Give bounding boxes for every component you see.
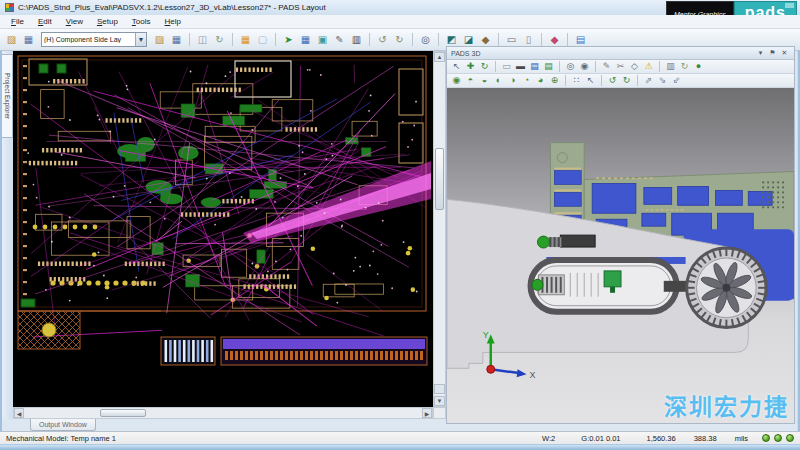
- world-view-icon[interactable]: ●: [692, 60, 705, 73]
- window-title: C:\PADS_Stnd_Plus_Eval\PADSVX.1.2\Lesson…: [18, 3, 326, 12]
- workspace-icon[interactable]: ◫: [195, 32, 210, 47]
- view-iso-icon[interactable]: ◉: [450, 74, 463, 87]
- project-explorer-tab[interactable]: Project Explorer: [2, 54, 13, 138]
- zoom-window-icon[interactable]: ◎: [564, 60, 577, 73]
- menu-item-view[interactable]: View: [59, 16, 90, 27]
- view-back-icon[interactable]: ◕: [534, 74, 547, 87]
- scroll-right-icon[interactable]: ▶: [422, 408, 432, 418]
- menu-item-tools[interactable]: Tools: [125, 16, 158, 27]
- display-colors-icon[interactable]: ▦: [238, 32, 253, 47]
- menu-item-setup[interactable]: Setup: [90, 16, 125, 27]
- splitter-box[interactable]: [434, 384, 445, 394]
- redo-icon[interactable]: ↻: [392, 32, 407, 47]
- status-doc-icon[interactable]: ▤: [573, 32, 588, 47]
- fly-se-icon[interactable]: ⇘: [656, 74, 669, 87]
- pads-3d-viewport[interactable]: YX 深圳宏力捷: [447, 88, 794, 423]
- panel-close-icon[interactable]: ✕: [779, 48, 790, 59]
- undo-icon[interactable]: ↺: [375, 32, 390, 47]
- status-coord-y: 388.38: [694, 434, 717, 443]
- options-icon[interactable]: ▥: [664, 60, 677, 73]
- board-view-icon[interactable]: ▣: [315, 32, 330, 47]
- spin-cw-icon[interactable]: ↻: [620, 74, 633, 87]
- save-icon[interactable]: ▦: [21, 32, 36, 47]
- status-bar: Mechanical Model: Temp name 1 W:2 G:0.01…: [0, 431, 800, 444]
- clipboard-icon[interactable]: ▯: [521, 32, 536, 47]
- view-left-icon[interactable]: ◐: [492, 74, 505, 87]
- update-icon[interactable]: ↻: [678, 60, 691, 73]
- cut-plane-icon[interactable]: ✂: [614, 60, 627, 73]
- status-led-1-icon: [762, 434, 770, 442]
- paint-icon[interactable]: ◆: [478, 32, 493, 47]
- pcb-board-drawing: [13, 51, 433, 407]
- save-icon[interactable]: ▦: [169, 32, 184, 47]
- menu-item-file[interactable]: File: [4, 16, 31, 27]
- scroll-down-icon[interactable]: ▼: [434, 396, 445, 406]
- toolbar-separator: [495, 61, 496, 72]
- vertical-scrollbar[interactable]: ▲ ▼: [433, 51, 446, 407]
- app-icon: [5, 3, 14, 12]
- zoom-icon[interactable]: ◎: [418, 32, 433, 47]
- find-icon[interactable]: ◉: [578, 60, 591, 73]
- menu-item-help[interactable]: Help: [158, 16, 188, 27]
- menu-item-edit[interactable]: Edit: [31, 16, 59, 27]
- select-cursor-icon[interactable]: ↖: [450, 60, 463, 73]
- dots-grid-icon[interactable]: ∷: [570, 74, 583, 87]
- open-icon[interactable]: ▨: [152, 32, 167, 47]
- hscroll-thumb[interactable]: [100, 409, 146, 417]
- measure-icon[interactable]: ✎: [600, 60, 613, 73]
- output-window-tab[interactable]: Output Window: [30, 419, 96, 431]
- scroll-up-icon[interactable]: ▲: [434, 52, 445, 62]
- design-grid-icon[interactable]: ▦: [298, 32, 313, 47]
- view-top-icon[interactable]: ◓: [464, 74, 477, 87]
- view-right-icon[interactable]: ◑: [506, 74, 519, 87]
- scroll-left-icon[interactable]: ◀: [14, 408, 24, 418]
- toolbar-separator: [601, 75, 602, 86]
- add-route-icon[interactable]: ✎: [332, 32, 347, 47]
- status-grid: G:0.01 0.01: [581, 434, 620, 443]
- rotate-model-icon[interactable]: ↻: [478, 60, 491, 73]
- layer-selector[interactable]: (H) Component Side Lay ▼: [41, 32, 147, 47]
- snap-icon[interactable]: ◇: [628, 60, 641, 73]
- fly-ne-icon[interactable]: ⇗: [642, 74, 655, 87]
- toolbar-separator: [595, 61, 596, 72]
- import-model-icon[interactable]: ▤: [528, 60, 541, 73]
- fly-sw-icon[interactable]: ⇙: [670, 74, 683, 87]
- selection-filter-icon[interactable]: ▢: [255, 32, 270, 47]
- spin-ccw-icon[interactable]: ↺: [606, 74, 619, 87]
- view-front-icon[interactable]: ◔: [520, 74, 533, 87]
- panel-menu-icon[interactable]: ▾: [755, 48, 766, 59]
- pads-3d-toolbar-1: ↖✚↻▭▬▤▤◎◉✎✂◇⚠▥↻●: [447, 60, 794, 74]
- vscroll-thumb[interactable]: [435, 148, 444, 210]
- pcb-layout-canvas[interactable]: [13, 51, 433, 407]
- toolbar-separator: [369, 33, 370, 46]
- status-units: mils: [735, 434, 748, 443]
- pick-icon[interactable]: ↖: [584, 74, 597, 87]
- component-tool-icon[interactable]: ▥: [349, 32, 364, 47]
- view-bottom-icon[interactable]: ◒: [478, 74, 491, 87]
- view-spin-icon[interactable]: ⊕: [548, 74, 561, 87]
- move-model-icon[interactable]: ✚: [464, 60, 477, 73]
- collision-check-icon[interactable]: ⚠: [642, 60, 655, 73]
- select-gate-icon[interactable]: ◩: [444, 32, 459, 47]
- toolbar-separator: [189, 33, 190, 46]
- toolbar-separator: [232, 33, 233, 46]
- toolbar-separator: [567, 33, 568, 46]
- board-outline-icon[interactable]: ▭: [500, 60, 513, 73]
- select-comp-icon[interactable]: ◪: [461, 32, 476, 47]
- pads-3d-toolbar-2: ◉◓◒◐◑◔◕⊕∷↖↺↻⇗⇘⇙: [447, 74, 794, 88]
- panel-pin-icon[interactable]: ⚑: [767, 48, 778, 59]
- export-model-icon[interactable]: ▤: [542, 60, 555, 73]
- status-leds: [762, 434, 794, 442]
- route-mode-icon[interactable]: ➤: [281, 32, 296, 47]
- toolbar-separator: [637, 75, 638, 86]
- project-explorer-strip: Project Explorer: [2, 51, 13, 419]
- macro-icon[interactable]: ▭: [504, 32, 519, 47]
- drc-icon[interactable]: ◆: [547, 32, 562, 47]
- pads-3d-titlebar[interactable]: PADS 3D ▾⚑✕: [447, 47, 794, 60]
- redraw-icon[interactable]: ↻: [212, 32, 227, 47]
- chevron-down-icon[interactable]: ▼: [135, 33, 146, 46]
- open-icon[interactable]: ▨: [4, 32, 19, 47]
- horizontal-scrollbar[interactable]: ◀ ▶: [13, 407, 433, 419]
- mech-model-icon[interactable]: ▬: [514, 60, 527, 73]
- toolbar-separator: [498, 33, 499, 46]
